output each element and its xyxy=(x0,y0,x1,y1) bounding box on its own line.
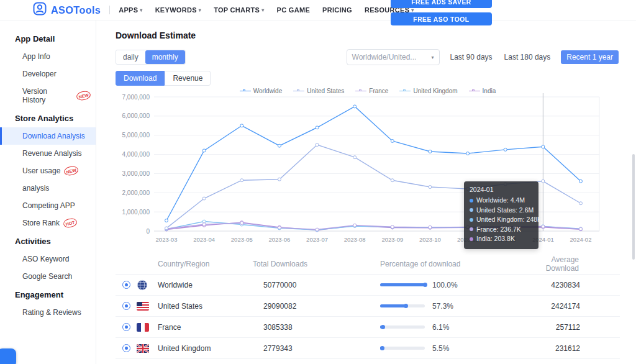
country-name: United Kingdom xyxy=(158,344,251,353)
sidebar-item-competing-app[interactable]: Competing APP xyxy=(0,197,96,214)
svg-text:3,000,000: 3,000,000 xyxy=(122,170,150,177)
sidebar-item-developer[interactable]: Developer xyxy=(0,65,96,83)
range-recent-1-year[interactable]: Recent 1 year xyxy=(561,50,619,64)
sidebar-item-analysis[interactable]: analysis xyxy=(0,180,96,197)
row-radio[interactable] xyxy=(122,344,130,352)
svg-text:5,000,000: 5,000,000 xyxy=(122,132,150,139)
country-name: United States xyxy=(158,302,251,311)
average-download-value: 2424174 xyxy=(537,302,620,311)
sidebar-item-google-search[interactable]: Google Search xyxy=(0,268,96,285)
sidebar-item-store-rank[interactable]: Store RankHOT xyxy=(0,214,96,232)
series-color-dot xyxy=(470,237,473,241)
legend-marker-icon xyxy=(399,88,411,93)
table-row-worldwide: Worldwide50770000100.0%4230834 xyxy=(116,275,620,296)
tooltip-row-france: France: 236.7K xyxy=(470,225,533,235)
legend-item-united-kingdom[interactable]: United Kingdom xyxy=(399,88,457,94)
sidebar-item-rating-reviews[interactable]: Rating & Reviews xyxy=(0,304,96,321)
average-download-value: 257112 xyxy=(537,323,620,332)
sidebar-item-download-analysis[interactable]: Download Analysis xyxy=(0,127,96,145)
svg-text:2,000,000: 2,000,000 xyxy=(122,189,150,196)
svg-text:2023-10: 2023-10 xyxy=(419,236,441,243)
col-total-downloads: Total Downloads xyxy=(251,260,375,268)
fr-flag-icon xyxy=(137,323,158,332)
percentage-value: 100.0% xyxy=(432,281,458,289)
legend-item-worldwide[interactable]: Worldwide xyxy=(240,88,283,94)
row-radio[interactable] xyxy=(122,323,130,331)
nav-item-apps[interactable]: APPS▾ xyxy=(119,6,142,14)
nav-item-keywords[interactable]: KEYWORDS▾ xyxy=(155,6,202,14)
svg-text:6,000,000: 6,000,000 xyxy=(122,112,150,119)
svg-text:2023-05: 2023-05 xyxy=(231,236,253,243)
sidebar-section-store-analytics: Store Analytics xyxy=(0,109,96,127)
range-last-180-days[interactable]: Last 180 days xyxy=(503,50,552,64)
percentage-bar xyxy=(380,283,425,286)
legend-item-india[interactable]: India xyxy=(469,88,496,94)
legend-item-united-states[interactable]: United States xyxy=(293,88,344,94)
new-badge: NEW xyxy=(75,90,91,102)
chevron-down-icon: ▾ xyxy=(199,7,201,13)
scrollbar[interactable] xyxy=(632,154,635,260)
legend-item-france[interactable]: France xyxy=(355,88,388,94)
percentage-bar xyxy=(380,304,425,307)
total-downloads-value: 3085338 xyxy=(251,323,375,332)
chart-tooltip: 2024-01 Worldwide: 4.4MUnited States: 2.… xyxy=(464,181,538,249)
svg-text:2023-04: 2023-04 xyxy=(193,236,215,243)
legend-marker-icon xyxy=(240,88,251,93)
row-radio[interactable] xyxy=(122,302,130,310)
svg-text:2023-08: 2023-08 xyxy=(344,236,366,243)
line-chart-canvas[interactable]: 01,000,0002,000,0003,000,0004,000,0005,0… xyxy=(116,88,620,245)
table-row-united-states: United States2909008257.3%2424174 xyxy=(116,296,620,317)
nav-divider xyxy=(109,6,110,14)
region-select-value: Worldwide/United... xyxy=(352,53,417,61)
tab-revenue[interactable]: Revenue xyxy=(165,71,211,86)
col-country-region: Country/Region xyxy=(158,260,251,268)
range-last-90-days[interactable]: Last 90 days xyxy=(449,50,494,64)
row-radio[interactable] xyxy=(122,281,130,289)
average-download-value: 4230834 xyxy=(537,281,620,289)
app-logo[interactable]: ASOTools xyxy=(32,1,101,19)
date-range-buttons: Last 90 daysLast 180 daysRecent 1 year xyxy=(449,50,619,64)
metric-tabs: DownloadRevenue xyxy=(116,71,636,86)
logo-text: ASOTools xyxy=(51,4,101,16)
main-content: Download Estimate dailymonthly Worldwide… xyxy=(97,20,636,364)
free-aso-tool-button[interactable]: FREE ASO TOOL xyxy=(391,12,492,25)
new-badge: NEW xyxy=(63,165,80,177)
main-nav: APPS▾KEYWORDS▾TOP CHARTS▾PC GAMEPRICINGR… xyxy=(119,6,414,14)
sidebar: App DetailApp InfoDeveloperVersion Histo… xyxy=(0,20,96,364)
granularity-toggle: dailymonthly xyxy=(116,50,186,65)
chevron-down-icon: ▾ xyxy=(261,7,264,13)
nav-item-pc-game[interactable]: PC GAME xyxy=(277,6,310,14)
tooltip-row-india: India: 203.8K xyxy=(470,234,533,244)
series-color-dot xyxy=(470,218,473,222)
legend-marker-icon xyxy=(355,88,366,93)
sidebar-item-user-usage[interactable]: User usageNEW xyxy=(0,162,96,180)
percentage-value: 5.5% xyxy=(432,344,449,353)
tooltip-row-worldwide: Worldwide: 4.4M xyxy=(470,196,533,206)
granularity-monthly[interactable]: monthly xyxy=(145,50,185,64)
legend-marker-icon xyxy=(293,88,304,93)
col-average-download: Average Download xyxy=(537,255,620,273)
nav-item-pricing[interactable]: PRICING xyxy=(322,6,352,14)
nav-item-top-charts[interactable]: TOP CHARTS▾ xyxy=(214,6,264,14)
series-color-dot xyxy=(470,227,473,231)
svg-text:4,000,000: 4,000,000 xyxy=(122,151,150,158)
sidebar-item-app-info[interactable]: App Info xyxy=(0,48,96,65)
us-flag-icon xyxy=(137,302,158,311)
granularity-daily[interactable]: daily xyxy=(116,50,145,64)
percentage-value: 57.3% xyxy=(432,302,453,311)
series-color-dot xyxy=(470,208,473,212)
sidebar-item-revenue-analysis[interactable]: Revenue Analysis xyxy=(0,145,96,162)
tab-download[interactable]: Download xyxy=(116,71,165,86)
free-ads-saver-button[interactable]: FREE ADS SAVER xyxy=(391,0,492,8)
chat-bubble[interactable] xyxy=(0,348,16,364)
total-downloads-value: 50770000 xyxy=(251,281,375,289)
sidebar-item-version-history[interactable]: Version HistoryNEW xyxy=(0,83,96,109)
svg-text:2023-06: 2023-06 xyxy=(268,236,290,243)
svg-text:2023-03: 2023-03 xyxy=(156,236,178,243)
table-row-france: France30853386.1%257112 xyxy=(116,317,620,338)
region-select[interactable]: Worldwide/United... ▾ xyxy=(347,49,440,65)
sidebar-item-aso-keyword[interactable]: ASO Keyword xyxy=(0,250,96,268)
chart-controls: dailymonthly Worldwide/United... ▾ Last … xyxy=(116,49,636,65)
svg-text:2024-02: 2024-02 xyxy=(570,236,592,243)
average-download-value: 231612 xyxy=(537,344,620,353)
